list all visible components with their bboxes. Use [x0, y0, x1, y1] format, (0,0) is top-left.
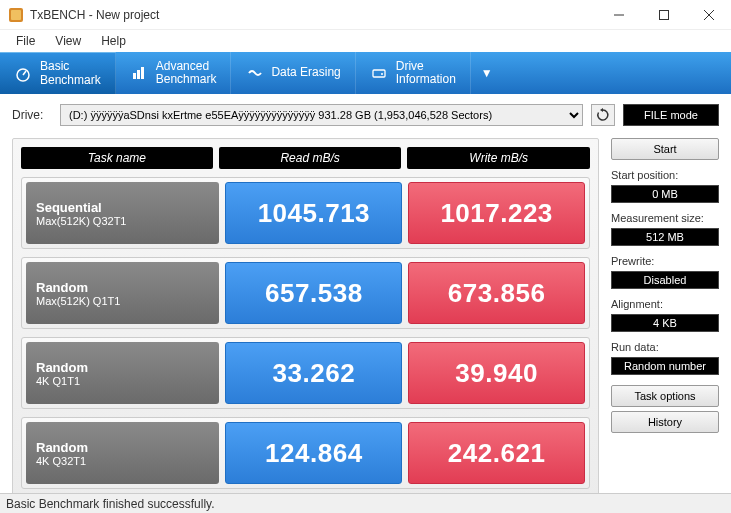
measurement-size-value[interactable]: 512 MB — [611, 228, 719, 246]
refresh-icon — [596, 108, 610, 122]
svg-line-7 — [23, 71, 26, 75]
menu-help[interactable]: Help — [91, 32, 136, 50]
result-row: Random4K Q32T1 124.864 242.621 — [21, 417, 590, 489]
task-cell: RandomMax(512K) Q1T1 — [26, 262, 219, 324]
run-data-label: Run data: — [611, 341, 719, 353]
tab-label: Drive Information — [396, 60, 456, 86]
svg-rect-3 — [659, 10, 668, 19]
drive-select[interactable]: (D:) ÿÿÿÿÿÿaSDnsi kxErtme e55EAÿÿÿÿÿÿÿÿÿ… — [60, 104, 583, 126]
read-value: 33.262 — [225, 342, 402, 404]
svg-point-12 — [381, 73, 383, 75]
window-title: TxBENCH - New project — [30, 8, 596, 22]
tab-label: Basic Benchmark — [40, 60, 101, 86]
refresh-button[interactable] — [591, 104, 615, 126]
bars-icon — [130, 64, 148, 82]
start-position-label: Start position: — [611, 169, 719, 181]
svg-rect-8 — [133, 73, 136, 79]
results-panel: Task name Read mB/s Write mB/s Sequentia… — [12, 138, 599, 502]
menu-view[interactable]: View — [45, 32, 91, 50]
write-value: 242.621 — [408, 422, 585, 484]
tab-basic-benchmark[interactable]: Basic Benchmark — [0, 52, 116, 94]
read-value: 657.538 — [225, 262, 402, 324]
tab-label: Advanced Benchmark — [156, 60, 217, 86]
alignment-label: Alignment: — [611, 298, 719, 310]
close-button[interactable] — [686, 0, 731, 30]
result-row: SequentialMax(512K) Q32T1 1045.713 1017.… — [21, 177, 590, 249]
erase-icon — [245, 64, 263, 82]
task-cell: SequentialMax(512K) Q32T1 — [26, 182, 219, 244]
minimize-button[interactable] — [596, 0, 641, 30]
svg-rect-9 — [137, 70, 140, 79]
run-data-value[interactable]: Random number — [611, 357, 719, 375]
prewrite-label: Prewrite: — [611, 255, 719, 267]
maximize-button[interactable] — [641, 0, 686, 30]
drive-label: Drive: — [12, 108, 52, 122]
history-button[interactable]: History — [611, 411, 719, 433]
header-read: Read mB/s — [219, 147, 402, 169]
header-write: Write mB/s — [407, 147, 590, 169]
svg-rect-10 — [141, 67, 144, 79]
menu-file[interactable]: File — [6, 32, 45, 50]
tab-data-erasing[interactable]: Data Erasing — [231, 52, 355, 94]
result-row: RandomMax(512K) Q1T1 657.538 673.856 — [21, 257, 590, 329]
task-cell: Random4K Q1T1 — [26, 342, 219, 404]
sidebar: Start Start position: 0 MB Measurement s… — [611, 138, 719, 502]
start-button[interactable]: Start — [611, 138, 719, 160]
app-icon — [8, 7, 24, 23]
read-value: 1045.713 — [225, 182, 402, 244]
svg-rect-11 — [373, 70, 385, 77]
write-value: 39.940 — [408, 342, 585, 404]
file-mode-button[interactable]: FILE mode — [623, 104, 719, 126]
tab-advanced-benchmark[interactable]: Advanced Benchmark — [116, 52, 232, 94]
measurement-size-label: Measurement size: — [611, 212, 719, 224]
result-row: Random4K Q1T1 33.262 39.940 — [21, 337, 590, 409]
tab-label: Data Erasing — [271, 66, 340, 79]
drive-icon — [370, 64, 388, 82]
write-value: 1017.223 — [408, 182, 585, 244]
gauge-icon — [14, 65, 32, 83]
status-bar: Basic Benchmark finished successfully. — [0, 493, 731, 513]
task-cell: Random4K Q32T1 — [26, 422, 219, 484]
header-task: Task name — [21, 147, 213, 169]
tab-dropdown[interactable]: ▼ — [471, 52, 503, 94]
prewrite-value[interactable]: Disabled — [611, 271, 719, 289]
task-options-button[interactable]: Task options — [611, 385, 719, 407]
tab-drive-information[interactable]: Drive Information — [356, 52, 471, 94]
write-value: 673.856 — [408, 262, 585, 324]
alignment-value[interactable]: 4 KB — [611, 314, 719, 332]
svg-rect-1 — [11, 10, 21, 20]
chevron-down-icon: ▼ — [481, 66, 493, 80]
read-value: 124.864 — [225, 422, 402, 484]
start-position-value[interactable]: 0 MB — [611, 185, 719, 203]
